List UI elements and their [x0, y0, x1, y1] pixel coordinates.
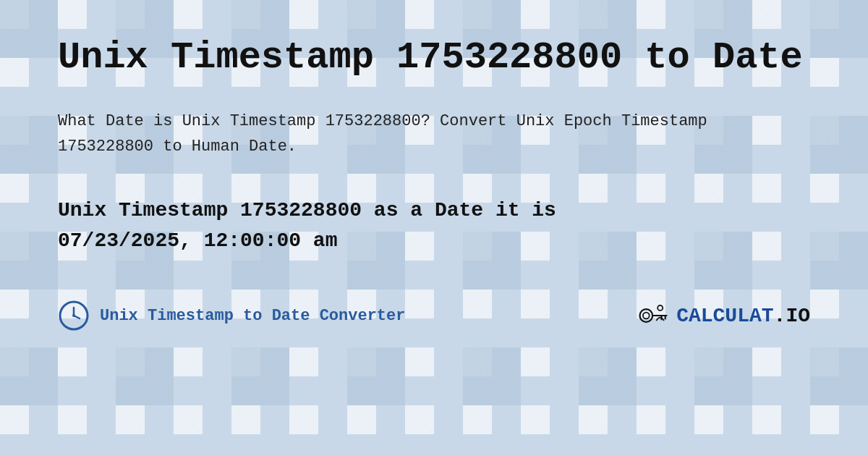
- logo-text: CALCULAT.IO: [676, 305, 810, 327]
- main-content: Unix Timestamp 1753228800 to Date What D…: [0, 0, 868, 360]
- page-title: Unix Timestamp 1753228800 to Date: [58, 36, 810, 80]
- result-line1: Unix Timestamp 1753228800 as a Date it i…: [58, 199, 556, 221]
- svg-point-4: [640, 309, 653, 322]
- logo-area: CALCULAT.IO: [637, 300, 810, 332]
- logo-io-part: .IO: [774, 305, 810, 327]
- footer: Unix Timestamp to Date Converter CALCULA…: [58, 292, 810, 332]
- clock-icon: [58, 300, 90, 332]
- svg-point-9: [658, 305, 663, 311]
- result-line2: 07/23/2025, 12:00:00 am: [58, 229, 337, 252]
- result-section: Unix Timestamp 1753228800 as a Date it i…: [58, 195, 810, 256]
- footer-converter-link[interactable]: Unix Timestamp to Date Converter: [100, 307, 405, 325]
- logo-calc-part: CALCULAT: [676, 305, 773, 327]
- svg-point-5: [643, 313, 650, 319]
- footer-left: Unix Timestamp to Date Converter: [58, 300, 405, 332]
- page-description: What Date is Unix Timestamp 1753228800? …: [58, 109, 709, 159]
- logo-icon: [637, 300, 669, 332]
- svg-point-3: [72, 314, 75, 317]
